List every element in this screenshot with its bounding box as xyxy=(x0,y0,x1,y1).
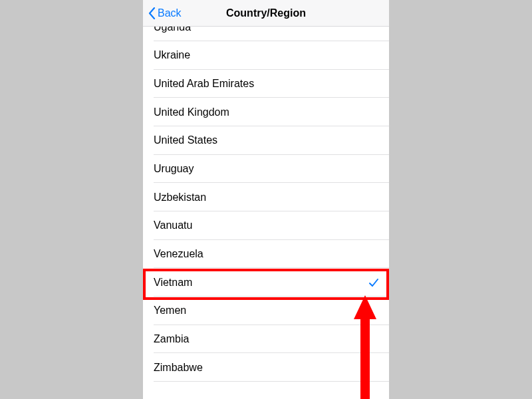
country-row[interactable]: United Kingdom xyxy=(143,98,389,126)
country-row-label: Uzbekistan xyxy=(154,192,206,203)
country-row[interactable]: Zimbabwe xyxy=(143,353,389,382)
back-button[interactable]: Back xyxy=(158,7,182,19)
country-row-label: Vanuatu xyxy=(154,219,192,231)
country-row-label: Uganda xyxy=(154,27,191,33)
back-chevron-icon xyxy=(148,7,156,19)
page-title: Country/Region xyxy=(226,7,306,19)
country-row[interactable]: Uzbekistan xyxy=(143,183,389,211)
country-row-label: Uruguay xyxy=(154,163,194,175)
country-row[interactable]: Venezuela xyxy=(143,240,389,269)
country-row-label: Yemen xyxy=(154,305,186,317)
country-row[interactable]: Vanuatu xyxy=(143,211,389,240)
country-row[interactable]: Uruguay xyxy=(143,155,389,184)
country-list[interactable]: UgandaUkraineUnited Arab EmiratesUnited … xyxy=(143,27,389,399)
country-row-label: Venezuela xyxy=(154,248,203,260)
country-row-label: United Arab Emirates xyxy=(154,78,254,90)
country-row[interactable]: Zambia xyxy=(143,325,389,354)
country-row[interactable]: Vietnam xyxy=(143,268,389,297)
country-row[interactable]: Yemen xyxy=(143,297,389,325)
country-row[interactable]: United States xyxy=(143,126,389,155)
country-row-label: United States xyxy=(154,134,217,146)
country-row[interactable]: United Arab Emirates xyxy=(143,70,389,98)
country-row[interactable]: Uganda xyxy=(143,27,389,41)
country-row[interactable]: Ukraine xyxy=(143,41,389,70)
country-row-label: Vietnam xyxy=(154,277,192,289)
checkmark-icon xyxy=(369,278,378,287)
phone-screen: Back Country/Region UgandaUkraineUnited … xyxy=(143,0,389,399)
country-row-label: United Kingdom xyxy=(154,106,229,118)
row-divider xyxy=(154,381,389,382)
nav-bar: Back Country/Region xyxy=(143,0,389,27)
country-row-label: Zambia xyxy=(154,333,189,345)
country-row-label: Zimbabwe xyxy=(154,362,203,374)
country-row-label: Ukraine xyxy=(154,49,190,61)
